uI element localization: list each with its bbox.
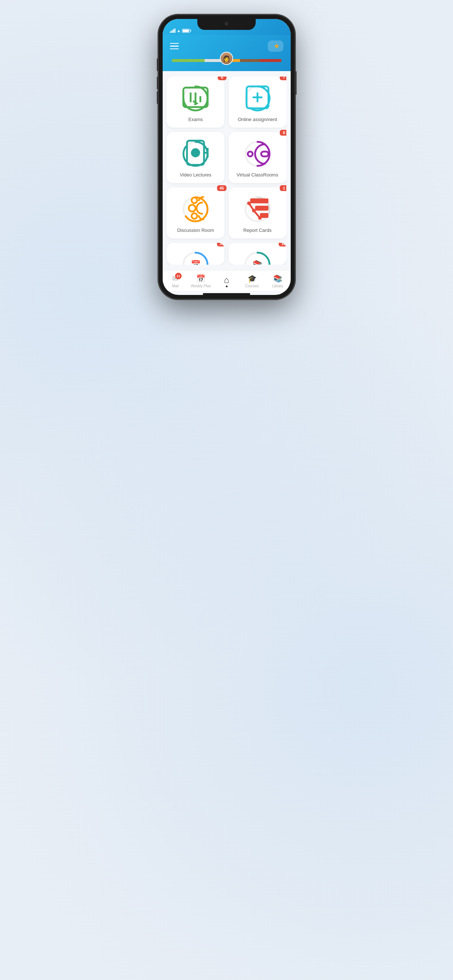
card-video-lectures[interactable]: Video Lectures <box>167 132 225 183</box>
card-icon-item7: 📅 <box>191 260 201 265</box>
hamburger-menu[interactable] <box>170 43 179 49</box>
badge-report-cards: 1 <box>280 185 286 191</box>
svg-point-23 <box>189 205 196 212</box>
card-label-exams: Exams <box>188 117 203 122</box>
badge-discussion-room: 45 <box>217 185 226 191</box>
badge-exams: 6 <box>218 76 226 80</box>
card-label-online-assignment: Online assignment <box>238 117 277 122</box>
camera <box>225 22 228 25</box>
header-top: ★ <box>170 40 283 52</box>
card-report-cards[interactable]: 1 Report Cards <box>229 188 286 239</box>
phone-frame: ▲ ★ <box>158 14 295 299</box>
app-header: ★ 👩 <box>163 35 291 71</box>
signal-icon <box>170 29 175 33</box>
badge-item8: 13 <box>279 243 286 247</box>
nav-item-courses[interactable]: 🎓Courses <box>239 274 265 288</box>
ring-item8: 📚 <box>243 250 272 265</box>
avatar: 👩 <box>220 52 233 65</box>
nav-item-mail[interactable]: 11✉Mail <box>163 274 188 288</box>
nav-badge-mail: 11 <box>175 273 182 279</box>
card-discussion-room[interactable]: 45 Discussion Room <box>167 188 225 239</box>
nav-item-library[interactable]: 📚Library <box>265 274 290 288</box>
nav-item-home[interactable]: ⌂ <box>214 275 239 287</box>
svg-point-24 <box>191 213 197 219</box>
badge-online-assignment: 7 <box>280 76 286 80</box>
ring-video-lectures <box>181 139 210 169</box>
ring-report-cards <box>243 195 272 224</box>
card-icon-exams <box>181 83 210 114</box>
svg-rect-29 <box>255 205 268 210</box>
scroll-area[interactable]: 6 Exams 7 Online assignment <box>167 76 286 265</box>
svg-point-14 <box>192 149 199 156</box>
bottom-nav: 11✉Mail📅Weekly Plan⌂ 🎓Courses📚Library <box>163 270 291 291</box>
status-bar: ▲ <box>163 19 291 35</box>
card-label-video-lectures: Video Lectures <box>180 172 212 178</box>
rating-badge: ★ <box>268 40 283 52</box>
ring-exams <box>181 84 210 113</box>
nav-label-weekly-plan: Weekly Plan <box>191 284 211 288</box>
phone-screen: ▲ ★ <box>163 19 291 295</box>
card-label-report-cards: Report Cards <box>243 228 271 233</box>
card-icon-report-cards <box>243 194 272 225</box>
avatar-container: 👩 <box>220 52 233 65</box>
grid-container: 6 Exams 7 Online assignment <box>167 76 286 265</box>
card-label-virtual-classrooms: Virtual ClassRooms <box>237 172 278 178</box>
card-icon-online-assignment <box>243 83 272 114</box>
wifi-icon: ▲ <box>177 29 181 33</box>
avatar-face: 👩 <box>221 52 232 64</box>
star-icon: ★ <box>274 43 279 49</box>
card-icon-item8: 📚 <box>252 260 262 265</box>
ring-discussion-room <box>181 195 210 224</box>
home-icon: ⌂ <box>224 275 230 285</box>
home-dot <box>226 285 228 287</box>
svg-point-25 <box>191 197 197 203</box>
svg-rect-30 <box>250 198 268 203</box>
badge-virtual-classrooms: 8 <box>280 130 286 135</box>
card-item8[interactable]: 13 📚 Item 8 <box>229 243 286 265</box>
card-item7[interactable]: 31 📅 Item 7 <box>167 243 225 265</box>
library-icon: 📚 <box>273 274 282 283</box>
courses-icon: 🎓 <box>248 274 257 283</box>
nav-label-mail: Mail <box>172 284 179 288</box>
card-virtual-classrooms[interactable]: 8 Virtual ClassRooms <box>229 132 286 183</box>
card-online-assignment[interactable]: 7 Online assignment <box>229 76 286 127</box>
nav-item-weekly-plan[interactable]: 📅Weekly Plan <box>188 274 214 288</box>
weekly-plan-icon: 📅 <box>196 274 205 283</box>
main-content: 6 Exams 7 Online assignment <box>163 71 291 270</box>
nav-label-courses: Courses <box>246 284 259 288</box>
card-icon-discussion-room <box>181 194 210 225</box>
page-wrapper: ▲ ★ <box>151 7 302 299</box>
card-label-discussion-room: Discussion Room <box>177 228 214 233</box>
status-icons: ▲ <box>170 29 191 33</box>
ring-online-assignment <box>243 84 272 113</box>
badge-item7: 31 <box>217 243 224 247</box>
ring-item7: 📅 <box>181 250 210 265</box>
home-indicator <box>203 293 250 295</box>
notch <box>197 19 256 30</box>
ring-virtual-classrooms <box>243 139 272 169</box>
card-exams[interactable]: 6 Exams <box>167 76 225 127</box>
nav-label-library: Library <box>272 284 283 288</box>
svg-point-19 <box>248 152 252 156</box>
card-icon-video-lectures <box>181 138 210 170</box>
svg-rect-20 <box>261 152 268 156</box>
card-icon-virtual-classrooms <box>243 138 272 170</box>
progress-section: 👩 <box>170 59 283 64</box>
battery-icon <box>182 29 191 33</box>
svg-point-33 <box>247 202 250 205</box>
